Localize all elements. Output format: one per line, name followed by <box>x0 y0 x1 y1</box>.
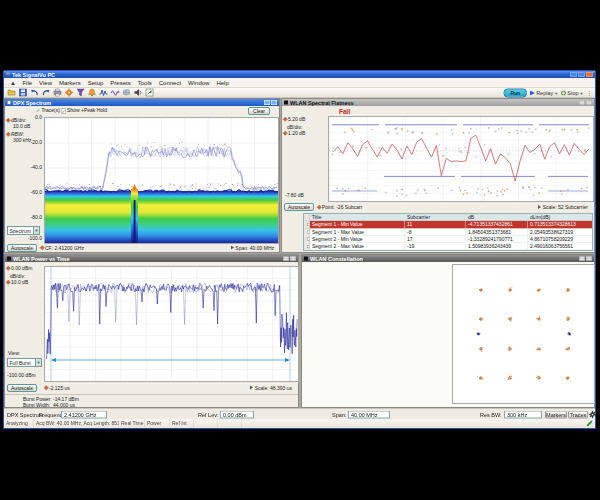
pt-divider <box>5 394 298 395</box>
flatness-autoscale-button[interactable]: Autoscale <box>284 203 314 211</box>
flatness-point-marker[interactable]: Point: -26 Subcarr <box>318 205 362 210</box>
flatness-top-db[interactable]: 5.20 dB <box>284 117 305 122</box>
dpx-close-icon[interactable] <box>271 100 277 105</box>
pt-plot[interactable] <box>44 266 299 382</box>
flatness-table-row[interactable]: Segment 1 - Min Value11-4.71351337432861… <box>304 221 592 228</box>
cloud-icon[interactable] <box>122 88 131 97</box>
flatness-plot[interactable] <box>328 116 594 202</box>
flatness-bottom-db: -7.80 dB <box>285 193 304 198</box>
maximize-button[interactable] <box>578 72 585 77</box>
flatness-scale-marker[interactable]: Scale: 52 Subcarrier <box>538 205 588 210</box>
res-bw-input[interactable]: 300 kHz <box>504 411 542 419</box>
span-label: Span: <box>332 412 346 418</box>
run-button[interactable]: Run <box>503 89 527 98</box>
powertime-minimize-icon[interactable] <box>283 256 289 261</box>
power-vs-time-panel: WLAN Power vs Time 0.00 dBm dB/div: 10.0… <box>4 254 299 408</box>
pt-top-dbm[interactable]: 0.00 dBm <box>7 266 32 271</box>
save-icon[interactable] <box>19 88 28 97</box>
traces-check[interactable]: ✓ Trace(s) <box>36 108 60 113</box>
constellation-panel-titlebar[interactable]: WLAN Constellation <box>302 255 594 262</box>
flatness-close-icon[interactable] <box>586 100 592 105</box>
pt-autoscale-button[interactable]: Autoscale <box>7 384 37 392</box>
powertime-close-icon[interactable] <box>290 256 296 261</box>
constellation-panel-icon <box>304 257 308 261</box>
show-checkbox[interactable]: ✓Show <box>61 108 80 114</box>
flatness-col-header[interactable]: dB <box>466 214 528 221</box>
filter-icon[interactable] <box>76 88 85 97</box>
undo-icon[interactable] <box>30 88 39 97</box>
dpx-spectrum-panel: DPX Spectrum ✓ Trace(s) ✓Show +Peak Hold… <box>4 98 280 253</box>
redo-icon[interactable] <box>42 88 51 97</box>
dpx-cf-marker[interactable]: CF: 2.41200 GHz <box>41 246 84 251</box>
frequency-input[interactable]: 2.41200 GHz <box>61 411 107 419</box>
flatness-col-header[interactable]: dLim(dB) <box>528 214 592 221</box>
ref-lev-label: Ref Lev: <box>198 412 218 418</box>
clear-button[interactable]: Clear <box>248 107 270 115</box>
minimize-button[interactable] <box>570 72 577 77</box>
dpx-panel-icon <box>7 101 11 105</box>
print-icon[interactable] <box>53 88 62 97</box>
flatness-table-row[interactable]: Segment 2 - Min Value17-1.33289241790771… <box>304 236 592 243</box>
menu-item-setup[interactable]: Setup <box>84 78 107 88</box>
dpx-span-marker[interactable]: Span: 40.00 MHz <box>231 246 274 251</box>
markers-button[interactable]: Markers <box>545 411 567 419</box>
menu-item-tools[interactable]: Tools <box>134 78 155 88</box>
export-icon[interactable] <box>145 88 154 97</box>
ref-lev-input[interactable]: 0.00 dBm <box>220 411 254 419</box>
dpx-y-tick: 0.0 <box>19 115 42 120</box>
span-input[interactable]: 40.00 MHz <box>348 411 390 419</box>
trace-2-icon[interactable] <box>111 88 120 97</box>
flatness-panel-icon <box>284 101 288 105</box>
pt-scale-marker[interactable]: Scale: 48.393 us <box>250 386 292 391</box>
replay-button[interactable]: Replay▼ <box>530 90 558 96</box>
speaker-icon[interactable] <box>134 88 143 97</box>
flatness-status: Fail <box>339 108 350 116</box>
app-menu-icon[interactable]: ▲ <box>7 79 19 86</box>
menu-item-view[interactable]: View <box>36 78 56 88</box>
open-icon[interactable] <box>7 88 16 97</box>
constellation-plot[interactable] <box>452 264 595 404</box>
peak-hold-label[interactable]: +Peak Hold <box>81 108 107 113</box>
pt-view-select[interactable]: Full Burst▼ <box>7 358 42 367</box>
menu-item-help[interactable]: Help <box>213 78 232 88</box>
powertime-panel-titlebar[interactable]: WLAN Power vs Time <box>5 255 298 262</box>
dpx-minimize-icon[interactable] <box>264 100 270 105</box>
trace-1-icon[interactable] <box>99 88 108 97</box>
flatness-table-row[interactable]: Segment 1 - Max Value-81.845043513736812… <box>304 228 592 235</box>
app-window: Tek SignalVu PC ▲ FileViewMarkersSetupPr… <box>3 70 596 429</box>
dpx-panel-titlebar[interactable]: DPX Spectrum <box>5 99 279 106</box>
powertime-panel-icon <box>7 257 11 261</box>
settings-gear-icon[interactable] <box>65 88 74 97</box>
stop-button[interactable]: Stop▼ <box>561 90 583 96</box>
flatness-dbdiv-value[interactable]: 1.20 dB <box>284 131 305 136</box>
flatness-col-header[interactable]: Title <box>310 214 405 221</box>
menu-bar: ▲ FileViewMarkersSetupPresetsToolsConnec… <box>4 78 595 88</box>
menu-item-presets[interactable]: Presets <box>107 78 134 88</box>
bell-icon[interactable] <box>88 88 97 97</box>
edit-pencil-icon[interactable] <box>587 420 594 428</box>
menu-item-window[interactable]: Window <box>185 78 213 88</box>
status-state: Analyzing <box>4 419 34 428</box>
dpx-autoscale-button[interactable]: Autoscale <box>7 244 37 252</box>
menu-item-file[interactable]: File <box>19 78 36 88</box>
flatness-col-header[interactable]: Subcarrier <box>405 214 466 221</box>
flatness-panel-titlebar[interactable]: WLAN Spectral Flatness <box>282 99 594 106</box>
dpx-view-select[interactable]: Spectrum▼ <box>7 226 40 235</box>
menu-item-markers[interactable]: Markers <box>56 78 85 88</box>
status-ref: Ref Int <box>170 419 194 428</box>
traces-button[interactable]: Traces <box>568 411 588 419</box>
flatness-table-row[interactable]: Segment 2 - Max Value-191.50983936243439… <box>304 243 592 250</box>
toolbar-overflow[interactable]: ⋮ <box>587 90 593 97</box>
constellation-close-icon[interactable] <box>586 256 592 261</box>
constellation-minimize-icon[interactable] <box>579 256 585 261</box>
workspace: DPX Spectrum ✓ Trace(s) ✓Show +Peak Hold… <box>4 98 595 408</box>
pt-offset-marker[interactable]: -2.125 us <box>45 386 70 391</box>
close-button[interactable] <box>586 72 593 77</box>
pt-dbdiv-value[interactable]: 10.0 dB <box>7 280 28 285</box>
status-acq: Acq BW: 40.00 MHz, Acq Length: 851.200 u… <box>34 419 119 428</box>
menu-item-connect[interactable]: Connect <box>155 78 184 88</box>
dpx-dbdiv-value[interactable]: 10.0 dB <box>13 124 30 129</box>
dpx-plot[interactable] <box>44 117 279 244</box>
dpx-y-tick: -60.0 <box>19 190 42 195</box>
flatness-minimize-icon[interactable] <box>579 100 585 105</box>
